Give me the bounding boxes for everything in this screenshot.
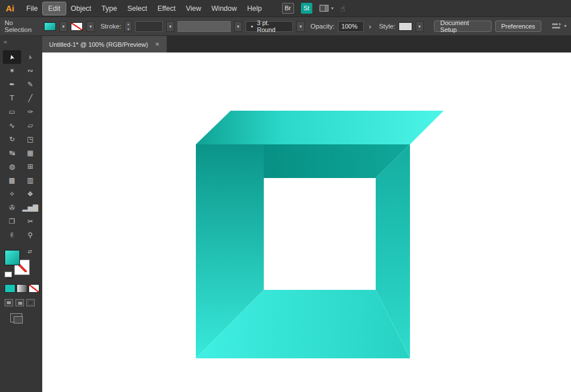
menu-select[interactable]: Select xyxy=(122,2,152,15)
stepper-down-icon[interactable]: ▾ xyxy=(125,26,131,31)
variable-width-chevron-icon[interactable]: ▾ xyxy=(234,21,242,32)
brush-definition-combo[interactable]: • 3 pt. Round xyxy=(246,21,293,32)
tool-rotate[interactable]: ↻ xyxy=(3,132,21,146)
tool-paintbrush[interactable]: ✑ xyxy=(21,105,39,119)
style-chevron-icon[interactable]: ▾ xyxy=(416,21,424,32)
menu-bar: Ai File Edit Object Type Select Effect V… xyxy=(0,0,571,17)
symbol-sprayer-tool-icon: ✇ xyxy=(9,204,15,212)
frame-top-face[interactable] xyxy=(196,111,444,144)
artwork-square-frame[interactable] xyxy=(42,52,571,392)
rectangle-tool-icon: ▭ xyxy=(9,108,15,116)
swap-fill-stroke-icon[interactable]: ⇄ xyxy=(27,249,32,254)
fill-stroke-indicator: ⇄ xyxy=(5,250,32,277)
gradient-button[interactable] xyxy=(17,284,27,293)
opacity-input[interactable]: 100% xyxy=(338,21,364,32)
hand-tool-icon: ✌ xyxy=(9,231,15,239)
stroke-chevron-icon[interactable]: ▾ xyxy=(86,21,94,32)
tool-mesh[interactable]: ▩ xyxy=(3,173,21,187)
tool-scale[interactable]: ◳ xyxy=(21,132,39,146)
stroke-weight-stepper[interactable]: ▴ ▾ xyxy=(124,21,132,32)
menu-window[interactable]: Window xyxy=(206,2,242,15)
menu-view[interactable]: View xyxy=(180,2,206,15)
draw-inside-icon[interactable] xyxy=(26,299,35,306)
fill-indicator[interactable] xyxy=(5,250,20,265)
tool-pen[interactable]: ✒ xyxy=(3,78,21,91)
menu-file[interactable]: File xyxy=(21,2,43,15)
fill-color-swatch[interactable] xyxy=(44,22,56,31)
selection-status: No Selection xyxy=(5,19,41,33)
tool-rectangle[interactable]: ▭ xyxy=(3,105,21,119)
stock-button[interactable]: St xyxy=(301,3,312,14)
preferences-button[interactable]: Preferences xyxy=(495,21,541,32)
perspective-grid-tool-icon: ⊞ xyxy=(27,163,33,171)
default-fill-stroke-icon[interactable] xyxy=(5,272,12,277)
menu-object[interactable]: Object xyxy=(66,2,96,15)
style-swatch[interactable] xyxy=(399,22,412,31)
rotate-tool-icon: ↻ xyxy=(9,135,15,143)
tool-width[interactable]: ↹ xyxy=(3,146,21,160)
menu-help[interactable]: Help xyxy=(242,2,267,15)
paintbrush-tool-icon: ✑ xyxy=(27,108,33,116)
app-logo: Ai xyxy=(0,3,21,13)
tool-blend[interactable]: ❖ xyxy=(21,187,39,201)
tool-shaper[interactable]: ∿ xyxy=(3,119,21,132)
scale-tool-icon: ◳ xyxy=(27,135,33,143)
document-tab[interactable]: Untitled-1* @ 100% (RGB/Preview) ✕ xyxy=(42,36,167,52)
tool-zoom[interactable]: ⚲ xyxy=(21,228,39,242)
menu-effect[interactable]: Effect xyxy=(152,2,181,15)
tool-free-transform[interactable]: ▦ xyxy=(21,146,39,160)
workspace-switcher[interactable]: ▾ xyxy=(319,5,333,12)
align-icon xyxy=(552,22,562,30)
tab-bar: Untitled-1* @ 100% (RGB/Preview) ✕ xyxy=(42,36,571,52)
tool-eraser[interactable]: ▱ xyxy=(21,119,39,132)
align-control[interactable]: ▾ xyxy=(552,22,566,30)
tab-close-icon[interactable]: ✕ xyxy=(155,41,159,47)
color-mode-buttons xyxy=(5,284,42,293)
workspace-icon xyxy=(319,5,329,12)
touch-workspace-icon[interactable]: ☝ xyxy=(340,4,345,13)
tool-line-segment[interactable]: ╱ xyxy=(21,91,39,105)
magic-wand-tool-icon: ✶ xyxy=(9,67,15,75)
chevron-down-icon: ▾ xyxy=(331,6,333,11)
tool-selection[interactable]: ➤ xyxy=(3,50,21,64)
tool-type[interactable]: T xyxy=(3,91,21,105)
tool-symbol-sprayer[interactable]: ✇ xyxy=(3,201,21,215)
pen-tool-icon: ✒ xyxy=(9,80,15,88)
screen-mode-icon[interactable] xyxy=(10,313,22,322)
tool-curvature[interactable]: ✎ xyxy=(21,78,39,91)
zoom-tool-icon: ⚲ xyxy=(28,231,33,239)
variable-width-combo[interactable] xyxy=(178,21,230,32)
fill-chevron-icon[interactable]: ▾ xyxy=(59,21,67,32)
free-transform-tool-icon: ▦ xyxy=(27,149,33,157)
menu-edit[interactable]: Edit xyxy=(43,2,66,15)
opacity-panel-arrow-icon[interactable]: › xyxy=(367,22,373,31)
tool-perspective-grid[interactable]: ⊞ xyxy=(21,160,39,173)
brush-chevron-icon[interactable]: ▾ xyxy=(296,21,304,32)
width-tool-icon: ↹ xyxy=(9,149,15,157)
tool-slice[interactable]: ✂ xyxy=(21,215,39,228)
document-setup-button[interactable]: Document Setup xyxy=(434,21,492,32)
menu-type[interactable]: Type xyxy=(96,2,122,15)
tool-column-graph[interactable]: ▂▅▇ xyxy=(21,201,39,215)
selection-tool-icon: ➤ xyxy=(8,54,17,60)
stepper-up-icon[interactable]: ▴ xyxy=(125,21,131,26)
color-button[interactable] xyxy=(5,284,15,293)
stroke-weight-chevron-icon[interactable]: ▾ xyxy=(166,21,174,32)
stroke-weight-combo[interactable] xyxy=(135,21,163,32)
brush-name: 3 pt. Round xyxy=(257,19,288,33)
tool-eyedropper[interactable]: ✧ xyxy=(3,187,21,201)
bridge-button[interactable]: Br xyxy=(282,3,294,14)
draw-behind-icon[interactable] xyxy=(15,299,24,306)
tool-hand[interactable]: ✌ xyxy=(3,228,21,242)
canvas[interactable] xyxy=(42,52,571,392)
tool-gradient[interactable]: ▥ xyxy=(21,173,39,187)
tool-direct-selection[interactable]: ➢ xyxy=(21,50,39,64)
tool-artboard[interactable]: ❐ xyxy=(3,215,21,228)
draw-normal-icon[interactable] xyxy=(5,299,13,306)
panel-collapse-icon[interactable]: « xyxy=(0,36,42,46)
none-button[interactable] xyxy=(29,284,39,293)
tool-shape-builder[interactable]: ◍ xyxy=(3,160,21,173)
tool-magic-wand[interactable]: ✶ xyxy=(3,64,21,78)
tool-lasso[interactable]: ∾ xyxy=(21,64,39,78)
stroke-color-swatch[interactable] xyxy=(71,22,83,31)
